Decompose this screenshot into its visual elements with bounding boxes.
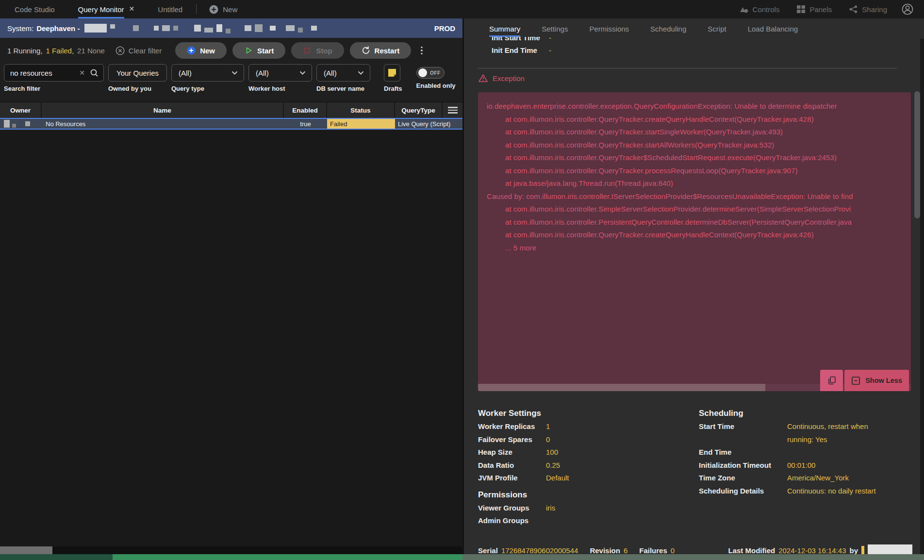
tab-query-monitor[interactable]: Query Monitor ✕ (78, 0, 135, 18)
show-less-button[interactable]: Show Less (844, 370, 909, 391)
search-input[interactable] (10, 69, 79, 77)
your-queries-label: Your Queries (116, 69, 159, 77)
chevron-down-icon (358, 71, 364, 75)
table-horizontal-scrollbar[interactable] (0, 546, 462, 554)
stack-line: at com.illumon.iris.controller.QueryTrac… (487, 151, 911, 165)
row-label: Time Zone (699, 472, 787, 485)
enabled-only-group: OFF Enabled only (416, 64, 456, 89)
column-header-owner[interactable]: Owner (0, 102, 42, 118)
action-buttons: New Start Stop Restart (175, 42, 411, 59)
none-count: 21 None (77, 47, 105, 55)
clear-filter-button[interactable]: Clear filter (116, 46, 162, 55)
init-end-value: - (549, 46, 551, 54)
tab-load-balancing[interactable]: Load Balancing (748, 18, 798, 37)
end-time-row: End Time (699, 446, 893, 459)
failures-label: Failures (639, 546, 667, 555)
serial-label: Serial (478, 546, 498, 555)
scheduling-section: Scheduling Start Time Continuous, restar… (699, 407, 893, 497)
search-filter-group: ✕ Search filter (4, 64, 104, 92)
worker-host-select[interactable]: (All) (248, 64, 312, 82)
new-query-button[interactable]: New (175, 42, 227, 59)
panel-divider (462, 18, 464, 560)
row-value: Continuous, restart when running: Yes (787, 420, 893, 446)
status-badge: Failed (327, 119, 395, 129)
new-tab-label: New (223, 5, 237, 14)
query-type-select[interactable]: (All) (171, 64, 244, 82)
system-bar: System: Deephaven - PROD (0, 18, 462, 38)
play-icon (244, 46, 253, 55)
worker-host-group: (All) Worker host (248, 64, 312, 92)
enabled-only-toggle[interactable]: OFF (416, 67, 445, 79)
tab-untitled[interactable]: Untitled (158, 0, 182, 18)
column-header-status[interactable]: Status (327, 102, 395, 118)
row-value: iris (546, 502, 555, 515)
row-label: Failover Spares (478, 433, 546, 446)
start-query-button[interactable]: Start (232, 42, 285, 59)
new-tab-button[interactable]: New (209, 0, 237, 18)
controls-button[interactable]: Controls (739, 5, 780, 14)
search-icon[interactable] (90, 68, 99, 77)
tab-settings[interactable]: Settings (542, 18, 568, 37)
stop-query-button[interactable]: Stop (291, 42, 344, 59)
panels-button[interactable]: Panels (797, 5, 832, 14)
stack-line: at com.illumon.iris.controller.SimpleSer… (487, 203, 911, 216)
copy-stacktrace-button[interactable] (820, 370, 843, 391)
tab-label: Code Studio (15, 0, 55, 18)
column-header-querytype[interactable]: QueryType (395, 102, 443, 118)
tab-code-studio[interactable]: Code Studio (15, 0, 55, 18)
detail-vertical-scrollbar-thumb[interactable] (914, 91, 920, 218)
exception-heading: Exception (478, 74, 525, 82)
row-value: 00:01:00 (787, 459, 815, 472)
scheduling-title: Scheduling (699, 407, 893, 420)
your-queries-button[interactable]: Your Queries (108, 64, 167, 82)
plus-circle-icon (187, 46, 196, 55)
row-label: JVM Profile (478, 472, 546, 485)
stack-line: ... 5 more (487, 242, 911, 255)
filter-bar: ✕ Search filter Your Queries Owned by yo… (0, 64, 462, 100)
column-header-enabled[interactable]: Enabled (284, 102, 327, 118)
clear-search-icon[interactable]: ✕ (79, 69, 85, 77)
db-server-select[interactable]: (All) (316, 64, 370, 82)
top-right-actions: Controls Panels Sharing (739, 0, 924, 18)
close-icon[interactable]: ✕ (129, 5, 135, 14)
by-label: by (849, 546, 858, 555)
overflow-menu-button[interactable] (418, 45, 426, 57)
column-header-name[interactable]: Name (42, 102, 284, 118)
system-label: System: (7, 24, 33, 33)
heap-size-row: Heap Size 100 (478, 446, 569, 459)
chevron-down-icon (299, 71, 306, 75)
drafts-button[interactable] (384, 64, 400, 82)
initialization-timeout-row: Initialization Timeout 00:01:00 (699, 459, 893, 472)
query-type-caption: Query type (171, 85, 244, 92)
stack-line: at com.illumon.iris.controller.QueryTrac… (487, 139, 911, 152)
chevron-down-icon (231, 71, 238, 75)
tab-permissions[interactable]: Permissions (589, 18, 629, 37)
tab-scheduling[interactable]: Scheduling (650, 18, 686, 37)
worker-host-caption: Worker host (248, 85, 312, 92)
tab-script[interactable]: Script (708, 18, 726, 37)
section-divider (478, 68, 897, 68)
query-type-value: (All) (179, 69, 192, 77)
init-end-row: Init End Time - (492, 44, 551, 56)
sharing-button[interactable]: Sharing (849, 5, 887, 14)
restart-query-button[interactable]: Restart (350, 42, 412, 59)
query-monitor-panel: System: Deephaven - PROD 1 Running, 1 Fa… (0, 18, 462, 560)
table-empty-area (0, 131, 462, 546)
sharing-label: Sharing (862, 5, 887, 14)
status-cell: Failed (327, 119, 395, 129)
scrollbar-thumb[interactable] (0, 546, 52, 554)
queries-table-header: Owner Name Enabled Status QueryType (0, 102, 462, 118)
toggle-state: OFF (430, 70, 441, 76)
query-row-no-resources[interactable]: No Resources true Failed Live Query (Scr… (0, 118, 462, 130)
name-cell: No Resources (42, 119, 284, 129)
admin-groups-row: Admin Groups (478, 514, 569, 527)
tab-summary[interactable]: Summary (489, 18, 520, 37)
table-menu-button[interactable] (443, 102, 462, 118)
stack-line: at com.illumon.iris.controller.QueryTrac… (487, 126, 911, 139)
user-avatar-button[interactable] (902, 3, 913, 15)
drafts-group: Drafts (384, 64, 402, 92)
restart-icon (362, 46, 370, 55)
stack-line: at com.illumon.iris.controller.QueryTrac… (487, 113, 911, 126)
scrollbar-thumb[interactable] (478, 384, 765, 391)
viewer-groups-row: Viewer Groups iris (478, 502, 569, 515)
